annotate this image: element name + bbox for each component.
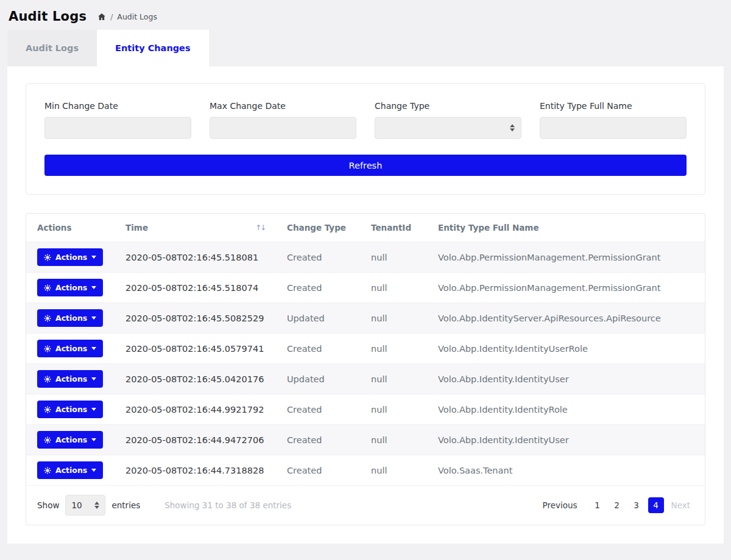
time-cell: 2020-05-08T02:16:45.518081 — [115, 242, 276, 273]
tab-bar: Audit Logs Entity Changes — [7, 30, 724, 66]
time-cell: 2020-05-08T02:16:45.0579741 — [115, 334, 276, 364]
table-row: Actions 2020-05-08T02:16:45.518074 Creat… — [26, 273, 705, 303]
tenant-id-cell: null — [360, 364, 427, 394]
row-actions-label: Actions — [55, 374, 87, 383]
entity-type-cell: Volo.Abp.PermissionManagement.Permission… — [427, 242, 705, 273]
change-type-cell: Updated — [276, 364, 360, 394]
column-header-actions: Actions — [26, 214, 115, 242]
tenant-id-cell: null — [360, 455, 427, 486]
caret-down-icon — [91, 408, 96, 411]
change-type-cell: Created — [276, 425, 360, 455]
table-row: Actions 2020-05-08T02:16:45.0420176 Upda… — [26, 364, 705, 394]
gear-icon — [44, 436, 51, 444]
gear-icon — [44, 284, 51, 292]
change-type-label: Change Type — [375, 101, 521, 111]
pagination-page-1[interactable]: 1 — [590, 497, 606, 513]
entity-type-cell: Volo.Abp.Identity.IdentityUser — [427, 425, 705, 455]
row-actions-label: Actions — [55, 466, 87, 475]
table-row: Actions 2020-05-08T02:16:45.5082529 Upda… — [26, 303, 705, 334]
row-actions-button[interactable]: Actions — [37, 309, 103, 327]
pagination-page-3[interactable]: 3 — [629, 497, 644, 513]
table-row: Actions 2020-05-08T02:16:44.7318828 Crea… — [26, 455, 705, 486]
column-header-change-type: Change Type — [276, 214, 360, 242]
table-footer: Show 10 entries Showing 31 to 38 of 38 e… — [26, 486, 705, 525]
max-change-date-field-group: Max Change Date — [210, 101, 356, 139]
change-type-cell: Created — [276, 242, 360, 273]
caret-down-icon — [91, 438, 96, 441]
select-arrows-icon — [94, 502, 99, 509]
row-actions-button[interactable]: Actions — [37, 401, 103, 418]
caret-down-icon — [91, 286, 96, 289]
change-type-cell: Updated — [276, 303, 360, 334]
tenant-id-cell: null — [360, 303, 427, 334]
row-actions-button[interactable]: Actions — [37, 248, 103, 266]
min-change-date-label: Min Change Date — [44, 101, 191, 111]
row-actions-label: Actions — [55, 313, 87, 323]
tenant-id-cell: null — [360, 394, 427, 425]
pagination-next[interactable]: Next — [668, 497, 694, 513]
max-change-date-label: Max Change Date — [210, 101, 356, 111]
column-header-entity-type: Entity Type Full Name — [427, 214, 705, 242]
time-cell: 2020-05-08T02:16:44.7318828 — [115, 455, 276, 486]
entity-type-cell: Volo.Abp.IdentityServer.ApiResources.Api… — [427, 303, 705, 334]
pagination-page-2[interactable]: 2 — [609, 497, 625, 513]
change-type-select[interactable] — [375, 117, 521, 139]
breadcrumb-separator: / — [110, 12, 113, 21]
gear-icon — [44, 467, 51, 474]
row-actions-button[interactable]: Actions — [37, 370, 103, 388]
tenant-id-cell: null — [360, 273, 427, 303]
column-header-time-label: Time — [125, 223, 148, 233]
pagination-page-4[interactable]: 4 — [648, 497, 664, 513]
row-actions-button[interactable]: Actions — [37, 279, 103, 296]
row-actions-button[interactable]: Actions — [37, 461, 103, 479]
pagination-previous[interactable]: Previous — [539, 497, 581, 513]
show-label: Show — [37, 500, 59, 510]
entity-type-full-name-label: Entity Type Full Name — [540, 101, 687, 111]
tenant-id-cell: null — [360, 425, 427, 455]
max-change-date-input[interactable] — [210, 117, 356, 139]
caret-down-icon — [91, 347, 96, 350]
column-header-time[interactable]: Time ↑↓ — [115, 214, 276, 242]
select-arrows-icon — [510, 124, 515, 131]
page-size-value: 10 — [71, 500, 82, 510]
table-row: Actions 2020-05-08T02:16:45.0579741 Crea… — [26, 334, 705, 364]
time-cell: 2020-05-08T02:16:44.9921792 — [115, 394, 276, 425]
entries-summary: Showing 31 to 38 of 38 entries — [164, 500, 291, 510]
caret-down-icon — [91, 256, 96, 259]
gear-icon — [44, 345, 51, 352]
home-icon[interactable] — [97, 13, 106, 21]
entity-changes-panel: Min Change Date Max Change Date Change T… — [7, 66, 724, 544]
tenant-id-cell: null — [360, 242, 427, 273]
row-actions-label: Actions — [55, 253, 87, 262]
table-row: Actions 2020-05-08T02:16:44.9921792 Crea… — [26, 394, 705, 425]
min-change-date-input[interactable] — [44, 117, 191, 139]
row-actions-label: Actions — [55, 405, 87, 414]
table-row: Actions 2020-05-08T02:16:45.518081 Creat… — [26, 242, 705, 273]
table-card: Actions Time ↑↓ Change Type TenantId Ent… — [26, 213, 705, 525]
table-row: Actions 2020-05-08T02:16:44.9472706 Crea… — [26, 425, 705, 455]
tenant-id-cell: null — [360, 334, 427, 364]
entity-type-full-name-input[interactable] — [540, 117, 687, 139]
row-actions-button[interactable]: Actions — [37, 340, 103, 357]
entity-type-field-group: Entity Type Full Name — [540, 101, 687, 139]
row-actions-button[interactable]: Actions — [37, 431, 103, 449]
page-size-select[interactable]: 10 — [65, 495, 105, 516]
tab-audit-logs[interactable]: Audit Logs — [7, 30, 97, 66]
breadcrumb: / Audit Logs — [97, 12, 157, 21]
page-header: Audit Logs / Audit Logs — [0, 0, 731, 30]
entries-label: entries — [111, 500, 140, 510]
change-type-field-group: Change Type — [375, 101, 521, 139]
sort-icon: ↑↓ — [255, 223, 265, 232]
column-header-tenant-id: TenantId — [360, 214, 427, 242]
entity-type-cell: Volo.Saas.Tenant — [427, 455, 705, 486]
caret-down-icon — [91, 469, 96, 472]
row-actions-label: Actions — [55, 344, 87, 353]
row-actions-label: Actions — [55, 435, 87, 444]
filter-card: Min Change Date Max Change Date Change T… — [26, 83, 705, 195]
refresh-button[interactable]: Refresh — [44, 155, 687, 176]
tab-entity-changes[interactable]: Entity Changes — [97, 30, 208, 66]
entity-type-cell: Volo.Abp.Identity.IdentityRole — [427, 394, 705, 425]
content-area: Audit Logs Entity Changes Min Change Dat… — [7, 30, 724, 544]
time-cell: 2020-05-08T02:16:44.9472706 — [115, 425, 276, 455]
change-type-cell: Created — [276, 455, 360, 486]
